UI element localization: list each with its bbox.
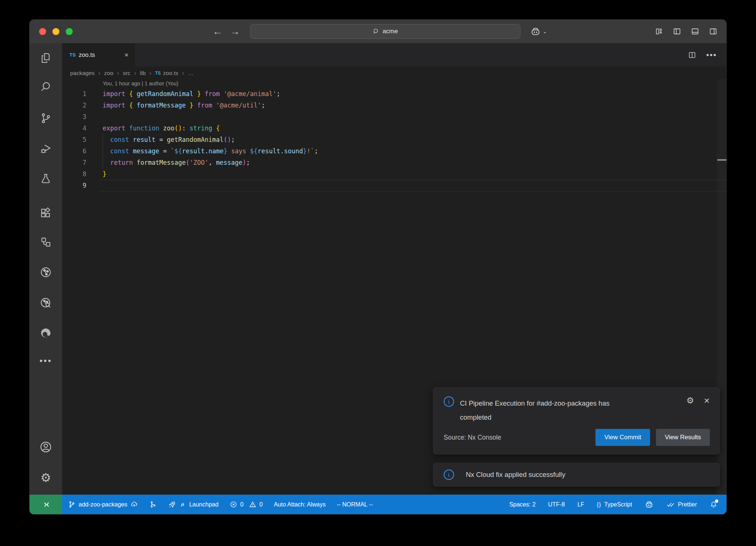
git-branch-icon: [68, 501, 76, 508]
code-line[interactable]: 1import { getRandomAnimal } from '@acme/…: [62, 88, 726, 100]
line-number: 2: [62, 100, 86, 111]
extensions-icon[interactable]: [39, 206, 53, 220]
chevron-down-icon: ⌄: [543, 28, 547, 35]
navigate-back-button[interactable]: ←: [209, 27, 226, 37]
language-label: TypeScript: [604, 501, 632, 508]
breadcrumb[interactable]: packages›zoo›src›lib›TSzoo.ts›…: [62, 66, 726, 79]
code-line[interactable]: 6 const message = `${result.name} says $…: [62, 146, 726, 157]
git-blame-annotation: You, 1 hour ago | 1 author (You): [62, 79, 726, 88]
run-debug-icon[interactable]: [39, 141, 53, 156]
breadcrumb-item[interactable]: lib: [140, 70, 146, 76]
typescript-file-icon: TS: [69, 52, 76, 58]
minimize-window-button[interactable]: [52, 28, 59, 35]
line-content: }: [86, 168, 726, 180]
notifications-bell[interactable]: [709, 501, 718, 509]
eol-status-item[interactable]: LF: [577, 501, 584, 508]
info-icon: i: [444, 470, 454, 480]
line-content: [86, 111, 726, 123]
rocket-icon: [168, 501, 176, 509]
notification-dot: [715, 499, 718, 503]
line-content: export function zoo(): string {: [86, 123, 726, 134]
auto-attach-status-item[interactable]: Auto Attach: Always: [274, 501, 326, 508]
toggle-secondary-sidebar-button[interactable]: [708, 27, 718, 36]
code-lines: 1import { getRandomAnimal } from '@acme/…: [62, 88, 726, 191]
view-commit-button[interactable]: View Commit: [595, 429, 650, 446]
view-results-button[interactable]: View Results: [656, 429, 710, 446]
language-status-item[interactable]: {} TypeScript: [597, 501, 632, 508]
branch-status-item[interactable]: add-zoo-packages: [68, 501, 138, 508]
status-bar: add-zoo-packages Launchpad 0 0 Auto Atta…: [30, 495, 726, 514]
line-content: import { getRandomAnimal } from '@acme/a…: [86, 88, 726, 100]
notification-settings-gear-icon[interactable]: ⚙: [687, 396, 694, 405]
line-content: import { formatMessage } from '@acme/uti…: [86, 100, 726, 111]
project-structure-icon[interactable]: [39, 235, 53, 249]
code-line[interactable]: 7 return formatMessage('ZOO', message);: [62, 157, 726, 168]
typescript-file-icon: TS: [155, 71, 161, 76]
breadcrumb-item[interactable]: src: [123, 70, 131, 76]
commit-graph-status-item[interactable]: [149, 501, 157, 508]
tab-zoo-ts[interactable]: TS zoo.ts ×: [62, 43, 135, 66]
braces-icon: {}: [597, 501, 601, 508]
tab-bar: TS zoo.ts × •••: [62, 43, 726, 66]
copilot-status-item[interactable]: [645, 500, 654, 509]
tab-close-icon[interactable]: ×: [124, 51, 128, 59]
breadcrumb-item[interactable]: …: [188, 70, 194, 76]
code-line[interactable]: 4export function zoo(): string {: [62, 123, 726, 134]
split-editor-icon[interactable]: [688, 51, 697, 59]
line-number: 9: [62, 180, 86, 191]
remote-indicator[interactable]: [30, 495, 62, 514]
edge-devtools-icon[interactable]: [39, 326, 53, 340]
notification-toast-nx-cloud[interactable]: i Nx Cloud fix applied successfully: [433, 463, 720, 487]
formatter-status-item[interactable]: Prettier: [666, 500, 697, 509]
search-view-icon[interactable]: [39, 80, 53, 94]
code-line[interactable]: 3: [62, 111, 726, 123]
testing-icon[interactable]: [39, 172, 53, 186]
search-icon: [372, 28, 379, 35]
remote-icon: [41, 500, 51, 509]
activity-bar: ••• ⚙: [30, 43, 62, 495]
code-line[interactable]: 5 const result = getRandomAnimal();: [62, 134, 726, 146]
panel-bottom-icon: [691, 27, 700, 36]
code-line[interactable]: 9: [62, 180, 726, 191]
breadcrumb-item[interactable]: zoo.ts: [163, 70, 178, 76]
nx-cloud-icon[interactable]: [39, 296, 53, 310]
problems-status-item[interactable]: 0 0: [230, 501, 263, 508]
breadcrumb-item[interactable]: zoo: [104, 70, 113, 76]
vscode-window: ← → acme ⌄: [30, 20, 726, 514]
additional-views-icon[interactable]: •••: [39, 354, 53, 368]
toggle-primary-sidebar-button[interactable]: [672, 27, 681, 36]
close-window-button[interactable]: [39, 28, 46, 35]
indentation-status-item[interactable]: Spaces: 2: [509, 501, 536, 508]
source-control-icon[interactable]: [39, 111, 53, 125]
copilot-menu[interactable]: ⌄: [530, 26, 547, 37]
toggle-panel-button[interactable]: [690, 27, 700, 36]
notification-toast-ci-pipeline[interactable]: i CI Pipeline Execution for #add-zoo-pac…: [433, 387, 720, 454]
line-number: 3: [62, 111, 86, 123]
line-number: 7: [62, 157, 86, 168]
encoding-status-item[interactable]: UTF-8: [548, 501, 565, 508]
code-line[interactable]: 8}: [62, 168, 726, 180]
more-actions-icon[interactable]: •••: [706, 51, 717, 59]
notification-close-icon[interactable]: ✕: [704, 397, 710, 405]
vim-mode-status-item[interactable]: -- NORMAL --: [337, 501, 373, 508]
code-line[interactable]: 2import { formatMessage } from '@acme/ut…: [62, 100, 726, 111]
notification-source: Source: Nx Console: [444, 434, 501, 441]
zoom-window-button[interactable]: [66, 28, 73, 35]
branch-name: add-zoo-packages: [79, 501, 127, 508]
formatter-label: Prettier: [678, 501, 697, 508]
line-content: const message = `${result.name} says ${r…: [86, 146, 726, 157]
sidebar-right-icon: [709, 27, 718, 36]
command-center-search[interactable]: acme: [250, 24, 520, 39]
accounts-icon[interactable]: [39, 440, 53, 454]
breadcrumb-item[interactable]: packages: [70, 70, 94, 76]
navigate-forward-button[interactable]: →: [226, 27, 244, 37]
breadcrumb-separator-icon: ›: [117, 69, 119, 77]
cloud-upload-icon: [130, 501, 138, 508]
explorer-icon[interactable]: [39, 51, 53, 65]
settings-gear-icon[interactable]: ⚙: [39, 471, 53, 485]
title-bar: ← → acme ⌄: [30, 20, 726, 44]
notification-message: CI Pipeline Execution for #add-zoo-packa…: [460, 396, 637, 424]
nx-console-icon[interactable]: [39, 265, 53, 279]
launchpad-status-item[interactable]: Launchpad: [168, 501, 219, 509]
customize-layout-button[interactable]: [654, 27, 663, 36]
